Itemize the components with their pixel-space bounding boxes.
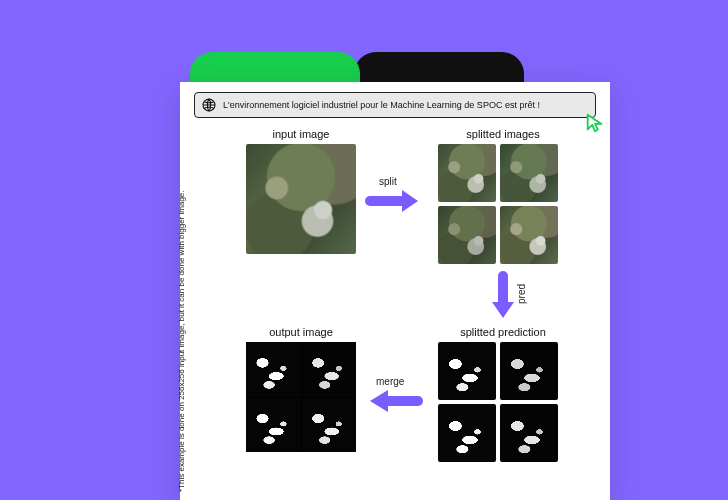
split-tile — [500, 144, 558, 202]
arrow-split-label: split — [379, 176, 397, 187]
arrow-merge-icon — [366, 386, 422, 416]
browser-window: L'environnement logiciel industriel pour… — [180, 82, 610, 500]
label-input: input image — [246, 128, 356, 140]
output-quadrant — [302, 398, 357, 453]
label-output: output image — [246, 326, 356, 338]
address-text: L'environnement logiciel industriel pour… — [223, 100, 540, 110]
pred-tile — [438, 342, 496, 400]
output-quadrant — [246, 342, 301, 397]
arrow-merge-label: merge — [376, 376, 404, 387]
output-quadrant — [302, 342, 357, 397]
split-tile — [438, 144, 496, 202]
address-bar[interactable]: L'environnement logiciel industriel pour… — [194, 92, 596, 118]
pipeline-diagram: input image split splitted images pred — [204, 128, 600, 494]
input-image — [246, 144, 356, 254]
footnote: *This example is done on 256x256 input i… — [177, 190, 186, 492]
pred-tile — [438, 404, 496, 462]
globe-icon — [201, 97, 217, 113]
arrow-split-icon — [366, 186, 422, 216]
output-quadrant — [246, 398, 301, 453]
splitted-images-grid — [438, 144, 558, 264]
cursor-icon — [584, 112, 606, 134]
pred-tile — [500, 342, 558, 400]
split-tile — [500, 206, 558, 264]
label-splitted-pred: splitted prediction — [438, 326, 568, 338]
label-splitted-images: splitted images — [438, 128, 568, 140]
splitted-pred-grid — [438, 342, 558, 462]
pred-tile — [500, 404, 558, 462]
split-tile — [438, 206, 496, 264]
arrow-pred-label: pred — [516, 284, 527, 304]
arrow-pred-icon — [488, 272, 518, 322]
output-image — [246, 342, 356, 452]
